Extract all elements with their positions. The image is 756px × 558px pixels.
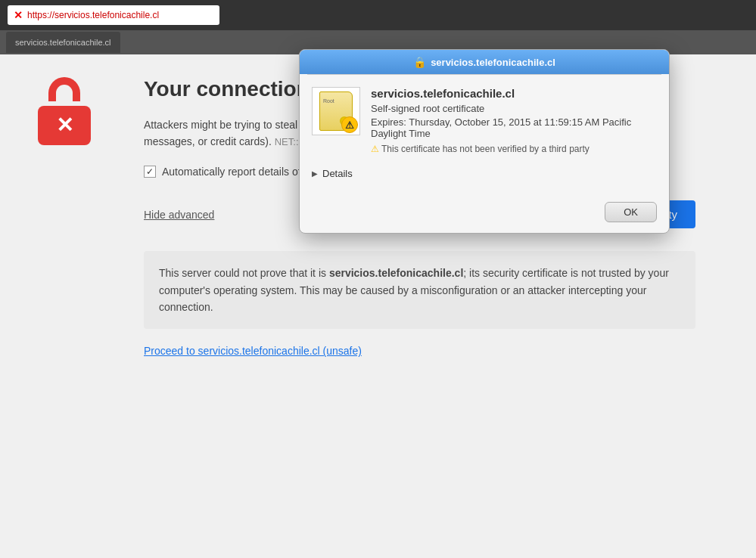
proceed-link[interactable]: Proceed to servicios.telefonicachile.cl … bbox=[144, 345, 362, 357]
cert-warning-badge: ⚠ bbox=[341, 116, 358, 133]
tab-label: servicios.telefonicachile.cl bbox=[15, 38, 111, 47]
cert-popup: 🔒 servicios.telefonicachile.cl ⚠ servici… bbox=[299, 49, 670, 234]
address-bar[interactable]: ✕ https://servicios.telefonicachile.cl bbox=[8, 5, 219, 25]
report-checkbox[interactable] bbox=[144, 166, 156, 178]
cert-title-icon: 🔒 bbox=[413, 56, 426, 68]
cert-expires: Expires: Thursday, October 15, 2015 at 1… bbox=[371, 116, 657, 139]
advanced-text: This server could not prove that it is s… bbox=[159, 265, 680, 315]
cert-icon: ⚠ bbox=[312, 87, 360, 135]
cert-details-toggle[interactable]: ▶ Details bbox=[312, 165, 657, 182]
cert-popup-body: ⚠ servicios.telefonicachile.cl Self-sign… bbox=[300, 75, 669, 194]
lock-x-mark: ✕ bbox=[56, 115, 73, 136]
cert-details-text: servicios.telefonicachile.cl Self-signed… bbox=[371, 87, 657, 154]
lock-body: ✕ bbox=[38, 106, 91, 145]
cert-popup-title: servicios.telefonicachile.cl bbox=[431, 57, 555, 68]
cert-domain: servicios.telefonicachile.cl bbox=[371, 87, 657, 100]
cert-type: Self-signed root certificate bbox=[371, 103, 657, 114]
cert-warning-triangle-icon: ⚠ bbox=[371, 144, 379, 154]
url-text: https://servicios.telefonicachile.cl bbox=[27, 10, 159, 20]
security-warning-icon: ✕ bbox=[14, 9, 23, 21]
tab-item[interactable]: servicios.telefonicachile.cl bbox=[6, 32, 120, 53]
details-triangle-icon: ▶ bbox=[312, 169, 318, 178]
browser-chrome: ✕ https://servicios.telefonicachile.cl bbox=[0, 0, 756, 30]
hide-advanced-link[interactable]: Hide advanced bbox=[144, 209, 214, 221]
lock-shackle bbox=[48, 77, 80, 101]
advanced-info-box: This server could not prove that it is s… bbox=[144, 251, 695, 329]
advanced-text-before: This server could not prove that it is bbox=[159, 267, 329, 279]
cert-warning-text: ⚠This certificate has not been verified … bbox=[371, 144, 657, 154]
cert-popup-footer: OK bbox=[300, 194, 669, 233]
cert-info-row: ⚠ servicios.telefonicachile.cl Self-sign… bbox=[312, 87, 657, 154]
lock-icon-container: ✕ bbox=[38, 77, 98, 145]
cert-ok-button[interactable]: OK bbox=[605, 202, 657, 222]
advanced-domain: servicios.telefonicachile.cl bbox=[329, 267, 463, 279]
lock-icon: ✕ bbox=[38, 77, 98, 145]
details-label: Details bbox=[322, 168, 353, 179]
cert-warning-message: This certificate has not been verified b… bbox=[381, 144, 590, 154]
cert-popup-titlebar: 🔒 servicios.telefonicachile.cl bbox=[300, 50, 669, 74]
